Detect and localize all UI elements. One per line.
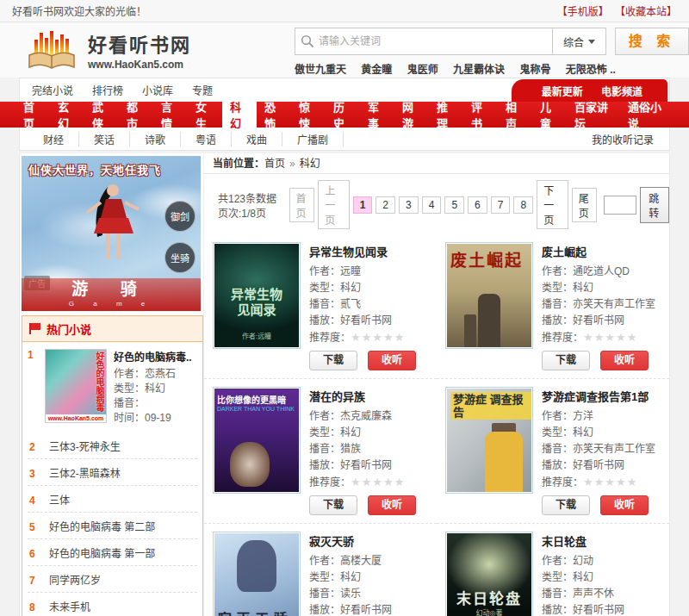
nav-finished-novels[interactable]: 完结小说: [32, 83, 73, 97]
listen-button[interactable]: 收听: [368, 495, 416, 515]
mobile-version-link[interactable]: 【手机版】: [557, 6, 609, 18]
hot-keyword-link[interactable]: 鬼医师: [407, 64, 438, 76]
rating-stars: ★★★★★: [351, 476, 405, 488]
tab-xiangsheng[interactable]: 相声: [498, 102, 532, 128]
page-number[interactable]: 7: [491, 196, 511, 214]
breadcrumb-home-link[interactable]: 首页: [264, 158, 285, 170]
download-button[interactable]: 下载: [542, 495, 590, 515]
subnav-shige[interactable]: 诗歌: [130, 132, 181, 146]
page-number[interactable]: 6: [468, 196, 487, 214]
listen-button[interactable]: 收听: [368, 351, 416, 370]
rating-stars: ★★★★★: [583, 476, 637, 488]
hot-keyword-link[interactable]: 鬼称骨: [519, 64, 550, 76]
hot-keyword-link[interactable]: 九星霸体诀: [453, 64, 505, 76]
listen-button[interactable]: 收听: [600, 495, 649, 515]
hot-keyword-link[interactable]: 傲世九重天: [295, 64, 346, 76]
book-card: 比你想像的更黑暗 DARKER THAN YOU THINK 潜在的异族 作者：…: [204, 379, 437, 524]
book-cover[interactable]: 末日轮盘 幻动◎著: [445, 532, 533, 616]
subnav-yueyu[interactable]: 粤语: [181, 132, 232, 146]
hot-item-link[interactable]: 三体: [49, 492, 70, 507]
book-cover[interactable]: 废土崛起: [445, 242, 533, 349]
book-cover[interactable]: 寂 灭 天 骄: [213, 532, 301, 616]
book-title-link[interactable]: 潜在的异族: [309, 388, 431, 404]
tab-kongbu[interactable]: 恐怖: [257, 102, 291, 128]
latest-updates-link[interactable]: 最新更新: [542, 86, 583, 98]
hot-item-link[interactable]: 好色的电脑病毒 第二部: [49, 519, 155, 533]
hot-item-link[interactable]: 未来手机: [49, 599, 90, 613]
tab-nvsheng[interactable]: 女生: [188, 102, 222, 128]
page-prev-button[interactable]: 上一页: [318, 180, 350, 229]
hot-item-link[interactable]: 好色的电脑病毒 第一部: [49, 545, 155, 560]
tab-junshi[interactable]: 军事: [360, 102, 394, 128]
book-title-link[interactable]: 废土崛起: [542, 243, 664, 259]
book-title-link[interactable]: 末日轮盘: [542, 532, 664, 549]
page-next-button[interactable]: 下一页: [537, 180, 568, 229]
download-button[interactable]: 下载: [309, 351, 357, 370]
site-logo[interactable]: 好看听书网 www.HaoKan5.com: [26, 28, 295, 72]
listen-button[interactable]: 收听: [600, 351, 649, 370]
tab-jingsong[interactable]: 惊悚: [291, 102, 326, 128]
tab-yanqing[interactable]: 言情: [153, 102, 188, 128]
search-category-select[interactable]: 综合: [553, 28, 606, 55]
nav-ranking[interactable]: 排行榜: [92, 83, 123, 97]
listening-history-link[interactable]: 我的收听记录: [592, 132, 661, 146]
page-number[interactable]: 4: [422, 196, 442, 214]
tab-xuanhuan[interactable]: 玄幻: [50, 102, 84, 128]
hot-item-link[interactable]: 三体2-黑暗森林: [49, 465, 121, 480]
ad-badge-yujian[interactable]: 御剑: [164, 201, 196, 232]
page-last-button[interactable]: 尾页: [572, 188, 598, 222]
page-first-button[interactable]: 首页: [289, 188, 315, 222]
search-icon: [301, 34, 314, 48]
tab-pingshu[interactable]: 评书: [463, 102, 498, 128]
tab-tuili[interactable]: 推理: [429, 102, 463, 128]
tab-wuxia[interactable]: 武侠: [84, 102, 119, 128]
tab-baijiajiangtan[interactable]: 百家讲坛: [567, 102, 620, 128]
subnav-caijing[interactable]: 财经: [28, 132, 79, 146]
subnav-xiqu[interactable]: 戏曲: [232, 132, 282, 146]
book-cover[interactable]: 异常生物见闻录 作者:远瞳: [213, 242, 301, 349]
download-button[interactable]: 下载: [542, 351, 590, 370]
hot-keyword-link[interactable]: 黄金瞳: [361, 64, 392, 76]
tab-home[interactable]: 首页: [16, 102, 50, 128]
nav-topics[interactable]: 专题: [192, 83, 213, 97]
book-title-link[interactable]: 梦游症调查报告第1部: [542, 388, 664, 404]
page-jump-button[interactable]: 跳转: [640, 187, 669, 223]
book-cover[interactable]: 梦游症 调查报告: [445, 387, 533, 494]
page-number[interactable]: 8: [513, 196, 533, 214]
page-number-current[interactable]: 1: [353, 196, 373, 214]
book-title-link[interactable]: 寂灭天骄: [309, 532, 431, 549]
hot-featured-cover[interactable]: 好色的电脑病毒 www.HaoKan5.com: [45, 349, 107, 423]
subnav-xiaohua[interactable]: 笑话: [79, 132, 130, 146]
book-cover[interactable]: 比你想像的更黑暗 DARKER THAN YOU THINK: [213, 387, 301, 494]
book-title-link[interactable]: 异常生物见闻录: [309, 243, 431, 259]
hot-item-link[interactable]: 同学两亿岁: [49, 572, 101, 587]
tab-kehuan-active[interactable]: 科幻: [222, 102, 257, 128]
tab-lishi[interactable]: 历史: [326, 102, 360, 128]
page-number[interactable]: 2: [376, 196, 395, 214]
search-input[interactable]: [319, 35, 547, 47]
tab-ertong[interactable]: 儿童: [532, 102, 567, 128]
page-number[interactable]: 5: [444, 196, 464, 214]
subnav-guangboju[interactable]: 广播剧: [282, 132, 344, 146]
nav-novel-library[interactable]: 小说库: [142, 83, 173, 97]
tab-tongsuxiaoshuo[interactable]: 通俗小说: [620, 102, 673, 128]
page-number[interactable]: 3: [399, 196, 419, 214]
site-url: www.HaoKan5.com: [88, 59, 191, 71]
ad-badge-zuoqi[interactable]: 坐骑: [164, 242, 196, 273]
tab-wangyou[interactable]: 网游: [394, 102, 429, 128]
movie-channel-link[interactable]: 电影频道: [601, 86, 642, 98]
book-card: 废土崛起 废土崛起 作者：通吃道人QD 类型：科幻 播音：亦笑天有声工作室 播放…: [437, 234, 669, 379]
game-ad-banner[interactable]: 仙侠大世界，天地任我飞 御剑 坐骑 广告 游 骑 G a m e: [22, 156, 201, 311]
search-button[interactable]: 搜 索: [615, 28, 689, 55]
ad-bottom-banner[interactable]: 游 骑 G a m e: [22, 278, 201, 311]
download-button[interactable]: 下载: [309, 495, 357, 515]
book-card: 梦游症 调查报告 梦游症调查报告第1部 作者：方洋 类型：科幻 播音：亦笑天有声…: [437, 379, 669, 524]
hot-item-link[interactable]: 三体3-死神永生: [49, 439, 121, 453]
bookmark-site-link[interactable]: 【收藏本站】: [615, 6, 677, 18]
hot-featured-title[interactable]: 好色的电脑病毒..: [114, 349, 192, 364]
list-item: 6好色的电脑病毒 第一部: [28, 539, 197, 566]
tab-dushi[interactable]: 都市: [119, 102, 153, 128]
page-jump-input[interactable]: [604, 196, 636, 215]
hot-keyword-link[interactable]: 无限恐怖 ..: [566, 64, 616, 76]
search-box: [295, 28, 553, 55]
